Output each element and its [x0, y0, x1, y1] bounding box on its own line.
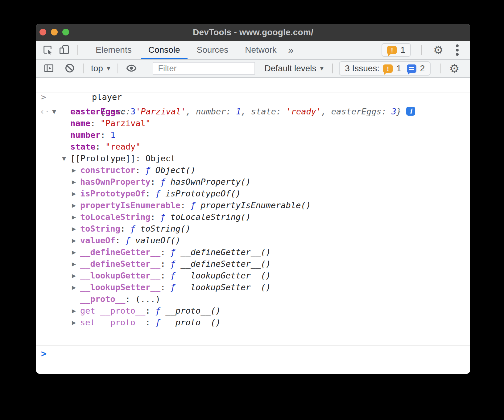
- issue-warning-icon: !: [383, 64, 393, 73]
- console-prompt[interactable]: >: [36, 345, 470, 374]
- tree-row: name: "Parzival": [36, 117, 470, 129]
- traffic-lights: [39, 29, 69, 35]
- token-c: :: [125, 294, 135, 304]
- disclosure-down-icon[interactable]: ▼: [62, 153, 66, 164]
- disclosure-right-icon[interactable]: ▶: [72, 223, 76, 235]
- token-c: :: [90, 118, 101, 128]
- eye-icon: [126, 63, 137, 75]
- filter-input[interactable]: [153, 62, 255, 75]
- disclosure-right-icon[interactable]: ▶: [72, 282, 76, 293]
- disclosure-right-icon[interactable]: ▶: [72, 176, 76, 188]
- token-c: :: [115, 236, 126, 245]
- token-fn: __lookupSetter__(): [180, 282, 271, 292]
- token-c: :: [135, 165, 146, 175]
- token-s: "ready": [105, 142, 141, 151]
- token-f: ƒ: [130, 224, 141, 233]
- token-c: :: [160, 247, 171, 257]
- console-settings-button[interactable]: ⚙: [446, 60, 463, 76]
- token-kd: __proto__: [80, 294, 125, 304]
- tree-row[interactable]: ▶get __proto__: ƒ __proto__(): [36, 305, 470, 317]
- kebab-menu-button[interactable]: [452, 42, 463, 58]
- more-tabs-button[interactable]: »: [285, 44, 297, 56]
- disclosure-right-icon[interactable]: ▶: [72, 188, 76, 200]
- create-live-expression-button[interactable]: [123, 60, 140, 76]
- disclosure-right-icon[interactable]: ▶: [72, 211, 76, 223]
- token-fn: isPrototypeOf(): [165, 189, 241, 198]
- settings-gear-button[interactable]: ⚙: [430, 42, 447, 58]
- divider: [440, 64, 441, 73]
- devtools-window: DevTools - www.google.com/: [36, 24, 470, 374]
- tab-sources[interactable]: Sources: [188, 41, 237, 59]
- devtools-tab-bar: ElementsConsoleSourcesNetwork » ! 1 ⚙: [36, 41, 470, 60]
- issues-summary-button[interactable]: 3 Issues: ! 1 2: [339, 61, 431, 76]
- tab-bar-right-group: ! 1 ⚙: [382, 42, 470, 58]
- tree-row[interactable]: ▶__lookupSetter__: ƒ __lookupSetter__(): [36, 282, 470, 293]
- token-f: ƒ: [145, 165, 155, 175]
- tab-elements[interactable]: Elements: [87, 41, 140, 59]
- token-kd: valueOf: [80, 236, 115, 245]
- token-kd: __lookupSetter__: [80, 282, 160, 292]
- log-levels-selector[interactable]: Default levels ▼: [262, 64, 326, 73]
- disclosure-right-icon[interactable]: ▶: [72, 246, 76, 258]
- token-f: ƒ: [171, 282, 181, 292]
- token-k: easterEggs: [70, 107, 121, 116]
- token-c: :: [160, 282, 171, 292]
- token-kd: __lookupGetter__: [80, 271, 160, 280]
- minimize-window-button[interactable]: [51, 29, 58, 35]
- token-f: ƒ: [160, 212, 171, 222]
- levels-label: Default levels: [264, 64, 316, 73]
- tree-row[interactable]: ▶propertyIsEnumerable: ƒ propertyIsEnume…: [36, 200, 470, 211]
- token-fn: __proto__(): [165, 306, 221, 315]
- disclosure-right-icon[interactable]: ▶: [72, 317, 76, 328]
- token-c: :: [151, 212, 161, 222]
- token-k: number: [70, 130, 101, 140]
- token-c: :: [95, 142, 105, 151]
- divider: [332, 64, 333, 73]
- issues-counter-button[interactable]: ! 1: [382, 43, 411, 57]
- tree-row[interactable]: ▶__defineSetter__: ƒ __defineSetter__(): [36, 258, 470, 270]
- inspect-cursor-icon: [42, 44, 53, 56]
- token-kd: __defineSetter__: [80, 259, 160, 269]
- tree-row[interactable]: ▶toLocaleString: ƒ toLocaleString(): [36, 211, 470, 223]
- tree-row[interactable]: ▼[[Prototype]]: Object: [36, 153, 470, 164]
- token-f: ƒ: [155, 318, 166, 327]
- divider: [83, 64, 84, 73]
- issues-label: 3 Issues:: [345, 64, 379, 73]
- disclosure-right-icon[interactable]: ▶: [72, 164, 76, 176]
- tab-console[interactable]: Console: [140, 41, 188, 59]
- maximize-window-button[interactable]: [62, 29, 69, 35]
- disclosure-right-icon[interactable]: ▶: [72, 235, 76, 246]
- issues-count: 1: [400, 45, 405, 55]
- execution-context-selector[interactable]: top ▼: [89, 64, 113, 73]
- token-f: ƒ: [171, 247, 181, 257]
- object-tree: easterEggs: 3name: "Parzival"number: 1st…: [36, 106, 470, 328]
- divider: [421, 45, 422, 55]
- console-sidebar-toggle-button[interactable]: [40, 60, 57, 76]
- clear-console-button[interactable]: [61, 60, 78, 76]
- tree-row[interactable]: ▶hasOwnProperty: ƒ hasOwnProperty(): [36, 176, 470, 188]
- token-kd: constructor: [80, 165, 135, 175]
- console-command-row: >player: [36, 80, 470, 91]
- tree-row[interactable]: ▶toString: ƒ toString(): [36, 223, 470, 235]
- gear-icon: ⚙: [433, 44, 443, 56]
- token-f: ƒ: [155, 306, 166, 315]
- token-fn: __lookupGetter__(): [180, 271, 271, 280]
- tree-row[interactable]: ▶set __proto__: ƒ __proto__(): [36, 317, 470, 328]
- close-window-button[interactable]: [39, 29, 46, 35]
- tree-row[interactable]: ▶__defineGetter__: ƒ __defineGetter__(): [36, 246, 470, 258]
- disclosure-right-icon[interactable]: ▶: [72, 200, 76, 211]
- inspect-element-button[interactable]: [39, 42, 56, 58]
- tree-row[interactable]: ▶constructor: ƒ Object(): [36, 164, 470, 176]
- tree-row[interactable]: ▶valueOf: ƒ valueOf(): [36, 235, 470, 246]
- token-fn: valueOf(): [135, 236, 180, 245]
- disclosure-right-icon[interactable]: ▶: [72, 305, 76, 317]
- divider: [145, 64, 145, 73]
- device-toolbar-button[interactable]: [56, 42, 72, 58]
- disclosure-right-icon[interactable]: ▶: [72, 258, 76, 270]
- warning-count: 1: [396, 64, 401, 73]
- tree-row[interactable]: ▶__lookupGetter__: ƒ __lookupGetter__(): [36, 270, 470, 282]
- disclosure-right-icon[interactable]: ▶: [72, 270, 76, 282]
- tree-row[interactable]: ▶isPrototypeOf: ƒ isPrototypeOf(): [36, 188, 470, 200]
- console-result-row[interactable]: ‹·▼{name: 'Parzival', number: 1, state: …: [36, 94, 470, 106]
- tab-network[interactable]: Network: [237, 41, 285, 59]
